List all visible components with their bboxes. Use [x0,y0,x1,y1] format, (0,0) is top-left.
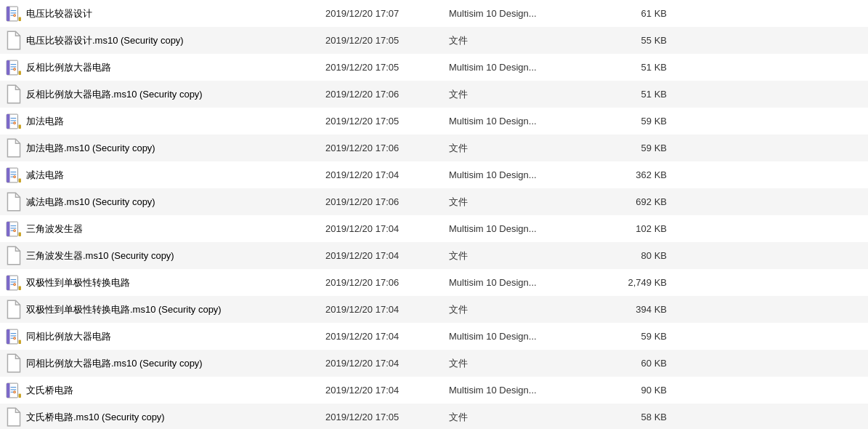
file-name: 电压比较器设计.ms10 (Security copy) [26,34,184,47]
file-date: 2019/12/20 17:06 [325,143,449,153]
file-type: Multisim 10 Design... [449,385,594,396]
svg-rect-55 [19,393,21,398]
file-name: 加法电路 [26,115,64,128]
file-date: 2019/12/20 17:04 [325,250,449,261]
file-name: 加法电路.ms10 (Security copy) [26,142,155,155]
file-name: 减法电路 [26,169,64,182]
file-size: 102 KB [594,223,667,234]
list-item[interactable]: 减法电路.ms10 (Security copy) 2019/12/20 17:… [0,188,868,215]
file-type: 文件 [449,249,594,262]
file-date: 2019/12/20 17:04 [325,331,449,342]
multisim-icon [6,6,22,22]
file-icon [6,248,22,264]
file-date: 2019/12/20 17:06 [325,277,449,288]
file-date: 2019/12/20 17:04 [325,223,449,234]
file-type: 文件 [449,88,594,101]
list-item[interactable]: 三角波发生器 2019/12/20 17:04 Multisim 10 Desi… [0,215,868,242]
list-item[interactable]: 电压比较器设计.ms10 (Security copy) 2019/12/20 … [0,27,868,54]
file-date: 2019/12/20 17:05 [325,412,449,422]
file-type: Multisim 10 Design... [449,277,594,288]
file-date: 2019/12/20 17:07 [325,8,449,19]
svg-rect-20 [19,124,21,129]
file-type: 文件 [449,411,594,424]
file-name: 双极性到单极性转换电路.ms10 (Security copy) [26,303,222,316]
multisim-icon [6,167,22,183]
svg-rect-13 [19,71,21,75]
list-item[interactable]: 文氏桥电路.ms10 (Security copy) 2019/12/20 17… [0,404,868,429]
list-item[interactable]: 反相比例放大器电路.ms10 (Security copy) 2019/12/2… [0,81,868,108]
file-date: 2019/12/20 17:04 [325,358,449,369]
file-type: Multisim 10 Design... [449,8,594,19]
list-item[interactable]: 电压比较器设计 2019/12/20 17:07 Multisim 10 Des… [0,0,868,27]
file-name-col: 减法电路 [6,167,325,183]
file-icon [6,140,22,156]
file-date: 2019/12/20 17:04 [325,169,449,180]
list-item[interactable]: 双极性到单极性转换电路.ms10 (Security copy) 2019/12… [0,296,868,323]
file-name: 三角波发生器.ms10 (Security copy) [26,249,174,262]
file-name-col: 反相比例放大器电路 [6,60,325,76]
file-size: 60 KB [594,358,667,369]
svg-rect-1 [7,7,9,21]
list-item[interactable]: 同相比例放大器电路 2019/12/20 17:04 Multisim 10 D… [0,323,868,350]
file-size: 61 KB [594,8,667,19]
file-name: 三角波发生器 [26,222,83,236]
svg-rect-29 [7,222,9,236]
file-date: 2019/12/20 17:06 [325,89,449,100]
file-icon [6,33,22,49]
file-type: Multisim 10 Design... [449,116,594,127]
svg-rect-48 [19,340,21,344]
file-size: 59 KB [594,116,667,127]
file-name: 减法电路.ms10 (Security copy) [26,196,155,209]
multisim-icon [6,113,22,129]
file-name-col: 同相比例放大器电路.ms10 (Security copy) [6,356,325,372]
list-item[interactable]: 加法电路 2019/12/20 17:05 Multisim 10 Design… [0,108,868,135]
file-date: 2019/12/20 17:05 [325,62,449,73]
file-name-col: 三角波发生器.ms10 (Security copy) [6,248,325,264]
file-name-col: 同相比例放大器电路 [6,329,325,345]
file-size: 58 KB [594,412,667,422]
file-date: 2019/12/20 17:05 [325,116,449,127]
file-name: 双极性到单极性转换电路 [26,276,130,289]
file-type: Multisim 10 Design... [449,62,594,73]
file-date: 2019/12/20 17:04 [325,385,449,396]
file-name: 反相比例放大器电路.ms10 (Security copy) [26,88,203,101]
svg-rect-50 [7,383,9,398]
list-item[interactable]: 减法电路 2019/12/20 17:04 Multisim 10 Design… [0,161,868,188]
list-item[interactable]: 同相比例放大器电路.ms10 (Security copy) 2019/12/2… [0,350,868,377]
file-size: 90 KB [594,385,667,396]
list-item[interactable]: 文氏桥电路 2019/12/20 17:04 Multisim 10 Desig… [0,377,868,404]
file-type: 文件 [449,142,594,155]
file-name-col: 电压比较器设计.ms10 (Security copy) [6,33,325,49]
svg-rect-15 [7,114,9,129]
file-size: 51 KB [594,89,667,100]
file-date: 2019/12/20 17:06 [325,196,449,207]
file-type: 文件 [449,196,594,209]
file-icon [6,87,22,103]
file-name: 文氏桥电路.ms10 (Security copy) [26,411,165,424]
file-name: 反相比例放大器电路 [26,61,111,74]
file-size: 55 KB [594,35,667,46]
file-type: Multisim 10 Design... [449,169,594,180]
file-name-col: 文氏桥电路.ms10 (Security copy) [6,409,325,425]
svg-rect-41 [19,286,21,290]
file-name: 电压比较器设计 [26,7,92,20]
multisim-icon [6,382,22,398]
svg-rect-27 [19,178,21,183]
file-size: 2,749 KB [594,277,667,288]
multisim-icon [6,329,22,345]
file-name-col: 加法电路.ms10 (Security copy) [6,140,325,156]
list-item[interactable]: 反相比例放大器电路 2019/12/20 17:05 Multisim 10 D… [0,54,868,81]
file-size: 394 KB [594,304,667,315]
svg-rect-43 [7,329,9,344]
file-name-col: 文氏桥电路 [6,382,325,398]
file-size: 80 KB [594,250,667,261]
svg-rect-36 [7,276,9,290]
file-name-col: 双极性到单极性转换电路 [6,275,325,291]
file-name-col: 反相比例放大器电路.ms10 (Security copy) [6,87,325,103]
list-item[interactable]: 加法电路.ms10 (Security copy) 2019/12/20 17:… [0,135,868,161]
list-item[interactable]: 三角波发生器.ms10 (Security copy) 2019/12/20 1… [0,242,868,269]
file-size: 362 KB [594,169,667,180]
list-item[interactable]: 双极性到单极性转换电路 2019/12/20 17:06 Multisim 10… [0,269,868,296]
svg-rect-34 [19,232,21,236]
file-name-col: 电压比较器设计 [6,6,325,22]
